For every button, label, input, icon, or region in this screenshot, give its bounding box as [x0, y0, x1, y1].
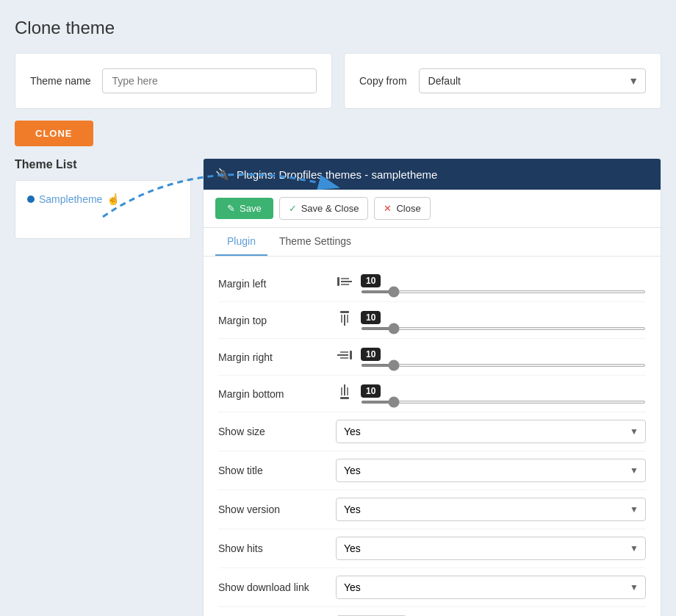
show-title-label: Show title — [218, 465, 336, 476]
show-size-select[interactable]: Yes No — [336, 420, 646, 443]
margin-right-icon — [336, 346, 353, 368]
page-title: Clone theme — [15, 18, 661, 38]
save-button[interactable]: ✎ Save — [215, 198, 273, 219]
show-title-select[interactable]: Yes No — [336, 459, 646, 482]
x-icon: ✕ — [384, 203, 392, 214]
copy-from-card: Copy from Default Sampletheme ▼ — [344, 53, 661, 109]
margin-bottom-icon — [336, 383, 353, 404]
margin-top-label: Margin top — [218, 315, 336, 326]
plugin-body: Margin left 10 — [204, 257, 661, 616]
margin-top-icon — [336, 309, 353, 331]
margin-bottom-range-row: 10 — [361, 384, 646, 404]
show-version-label: Show version — [218, 504, 336, 515]
margin-top-slider[interactable] — [361, 327, 646, 330]
setting-row-show-download-link: Show download link Yes No ▼ — [218, 568, 646, 607]
show-title-select-wrapper: Yes No ▼ — [336, 459, 646, 482]
theme-item-name: Sampletheme — [39, 193, 102, 205]
setting-row-show-version: Show version Yes No ▼ — [218, 490, 646, 529]
setting-row-bg-download-link: Background download link #006dcc — [218, 607, 646, 616]
show-download-link-select-wrapper: Yes No ▼ — [336, 576, 646, 599]
theme-name-card: Theme name — [15, 53, 332, 109]
setting-row-margin-left: Margin left 10 — [218, 265, 646, 302]
show-download-link-control: Yes No ▼ — [336, 576, 646, 599]
theme-list-card: Sampletheme ☝ — [15, 180, 191, 239]
theme-name-input[interactable] — [102, 68, 317, 93]
margin-bottom-control: 10 — [336, 383, 646, 404]
margin-right-control: 10 — [336, 346, 646, 368]
margin-left-control: 10 — [336, 273, 646, 294]
svg-rect-9 — [350, 351, 352, 359]
show-hits-select[interactable]: Yes No — [336, 537, 646, 560]
show-hits-label: Show hits — [218, 542, 336, 554]
show-hits-control: Yes No ▼ — [336, 537, 646, 560]
svg-rect-5 — [340, 311, 349, 313]
main-content: Theme List Sampletheme ☝ 🔌 Plugins: — [15, 158, 661, 616]
margin-bottom-slider[interactable] — [361, 401, 646, 404]
margin-bottom-label: Margin bottom — [218, 388, 336, 400]
list-item[interactable]: Sampletheme ☝ — [15, 187, 190, 212]
setting-row-margin-top: Margin top 10 — [218, 302, 646, 339]
show-version-select-wrapper: Yes No ▼ — [336, 498, 646, 521]
plugin-panel: 🔌 Plugins: Dropfiles themes - samplethem… — [203, 158, 661, 616]
copy-from-select[interactable]: Default Sampletheme — [419, 68, 646, 93]
setting-row-margin-bottom: Margin bottom 10 — [218, 376, 646, 412]
margin-left-slider[interactable] — [361, 290, 646, 293]
show-download-link-select[interactable]: Yes No — [336, 576, 646, 599]
show-version-control: Yes No ▼ — [336, 498, 646, 521]
cursor-icon: ☝ — [107, 193, 121, 206]
save-close-button[interactable]: ✓ Save & Close — [279, 197, 369, 220]
margin-left-label: Margin left — [218, 278, 336, 290]
setting-row-show-size: Show size Yes No ▼ — [218, 412, 646, 451]
show-download-link-label: Show download link — [218, 581, 336, 593]
plugin-header-title: Plugins: Dropfiles themes - sampletheme — [237, 168, 437, 181]
svg-rect-1 — [337, 277, 339, 286]
tab-theme-settings[interactable]: Theme Settings — [267, 228, 363, 256]
svg-rect-13 — [340, 397, 349, 399]
setting-row-margin-right: Margin right 10 — [218, 339, 646, 376]
copy-from-select-wrapper: Default Sampletheme ▼ — [419, 68, 646, 93]
plugin-header: 🔌 Plugins: Dropfiles themes - samplethem… — [204, 159, 661, 190]
show-size-control: Yes No ▼ — [336, 420, 646, 443]
margin-right-label: Margin right — [218, 351, 336, 363]
copy-from-label: Copy from — [359, 75, 407, 87]
theme-name-label: Theme name — [30, 75, 90, 87]
plugin-tabs: Plugin Theme Settings — [204, 228, 661, 257]
plugin-toolbar: ✎ Save ✓ Save & Close ✕ Close — [204, 190, 661, 228]
margin-right-slider[interactable] — [361, 364, 646, 367]
margin-top-range-row: 10 — [361, 311, 646, 330]
page-wrapper: Clone theme Theme name Copy from Default… — [0, 0, 676, 616]
close-button[interactable]: ✕ Close — [374, 197, 430, 220]
show-size-select-wrapper: Yes No ▼ — [336, 420, 646, 443]
setting-row-show-title: Show title Yes No ▼ — [218, 451, 646, 490]
checkmark-icon: ✓ — [289, 203, 297, 214]
margin-top-control: 10 — [336, 309, 646, 331]
setting-row-show-hits: Show hits Yes No ▼ — [218, 529, 646, 568]
clone-button[interactable]: CLONE — [15, 121, 93, 146]
show-hits-select-wrapper: Yes No ▼ — [336, 537, 646, 560]
theme-item-dot — [27, 196, 35, 203]
save-icon: ✎ — [227, 203, 235, 214]
show-version-select[interactable]: Yes No — [336, 498, 646, 521]
theme-list-title: Theme List — [15, 158, 191, 171]
show-title-control: Yes No ▼ — [336, 459, 646, 482]
save-label: Save — [240, 203, 262, 214]
top-section: Theme name Copy from Default Sampletheme… — [15, 53, 661, 109]
plugin-header-icon: 🔌 — [215, 168, 229, 181]
margin-left-icon — [336, 273, 353, 294]
show-size-label: Show size — [218, 426, 336, 437]
margin-right-range-row: 10 — [361, 348, 646, 367]
tab-plugin[interactable]: Plugin — [215, 228, 267, 256]
margin-left-range-row: 10 — [361, 274, 646, 293]
theme-list-panel: Theme List Sampletheme ☝ — [15, 158, 191, 616]
save-close-label: Save & Close — [301, 203, 359, 214]
close-label: Close — [396, 203, 420, 214]
